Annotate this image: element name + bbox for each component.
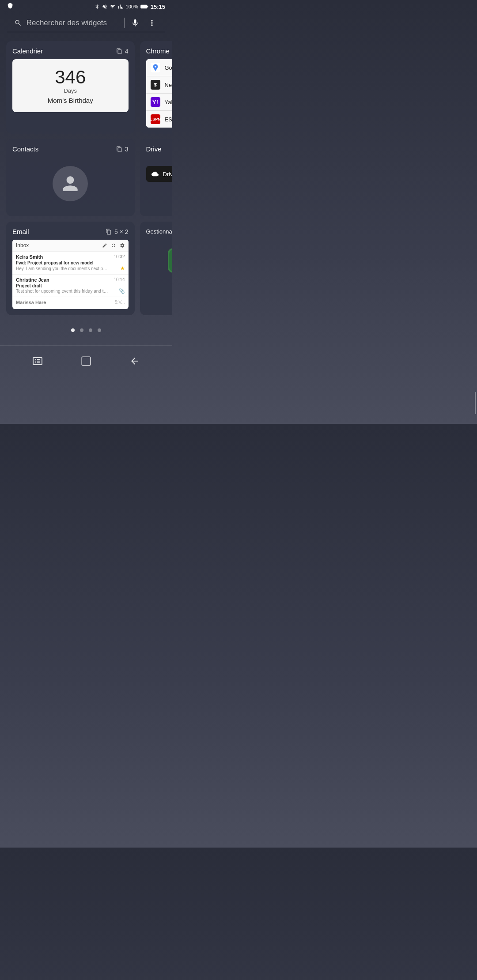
attachment-icon: 📎 [119, 288, 125, 294]
contacts-count: 3 [116, 146, 129, 153]
chrome-item-label-espn: ESPN Soccer [165, 116, 173, 123]
gest-icon-wrap: J 20+ [168, 248, 172, 275]
svg-rect-2 [147, 6, 148, 8]
chrome-title: Chrome [146, 47, 170, 55]
contacts-header: Contacts 3 [12, 145, 129, 153]
svg-rect-1 [141, 5, 147, 8]
mic-button[interactable] [129, 17, 141, 29]
chrome-item-label-nyt: New York Times [165, 82, 173, 88]
widget-email[interactable]: Email 5 × 2 Inbox Keira Smith 10:32 [6, 222, 135, 315]
widget-chrome[interactable]: Chrome 2 Google Maps 𝕿 New York Times Y! [140, 41, 173, 134]
drive-icon [151, 170, 159, 177]
drive-title: Drive [146, 145, 162, 153]
chrome-item-label-yahoo: Yahoo [165, 99, 173, 106]
more-options-button[interactable] [146, 17, 158, 29]
search-input-area[interactable] [14, 19, 120, 27]
cal-unit: Days [17, 87, 124, 94]
dot-2[interactable] [80, 328, 83, 332]
more-vert-icon [148, 19, 156, 27]
gestionnaire-inner: J 20+ [146, 239, 173, 283]
svg-rect-3 [169, 249, 172, 271]
email-row-3[interactable]: Marissa Hare 5:V... [12, 297, 129, 309]
copy-icon-contacts [116, 146, 123, 152]
compose-icon[interactable] [102, 243, 107, 248]
widget-drive[interactable]: Drive 3 Drive [140, 139, 173, 216]
home-button[interactable] [77, 352, 95, 373]
email-sender-2: Christine Jean [16, 277, 49, 283]
chrome-item-label: Google Maps [165, 64, 173, 71]
widget-calendrier[interactable]: Calendrier 4 346 Days Mom's Birthday [6, 41, 135, 134]
status-bar: 100% 15:15 [0, 0, 172, 12]
contacts-title: Contacts [12, 145, 38, 153]
back-icon [129, 356, 140, 366]
widget-grid: Calendrier 4 346 Days Mom's Birthday Chr… [0, 32, 172, 320]
recent-apps-button[interactable] [29, 352, 46, 373]
home-icon [80, 355, 92, 367]
cal-event: Mom's Birthday [17, 97, 124, 104]
email-row-1[interactable]: Keira Smith 10:32 Fwd: Project proposal … [12, 252, 129, 275]
email-inbox-header: Inbox [12, 240, 129, 252]
gestionnaire-header: Gestionnaire d... 1 × 1 [146, 228, 173, 235]
chrome-list: Google Maps 𝕿 New York Times Y! Yahoo ES… [146, 59, 173, 128]
chrome-item-yahoo[interactable]: Y! Yahoo [146, 94, 173, 111]
battery-pct: 100% [126, 4, 138, 9]
email-sender-1: Keira Smith [16, 254, 43, 260]
widget-contacts[interactable]: Contacts 3 [6, 139, 135, 216]
copy-icon [116, 48, 123, 54]
email-time-3: 5:V... [115, 300, 125, 305]
email-preview-1: Hey, I am sending you the documents next… [16, 265, 125, 271]
status-shield [7, 3, 13, 11]
googlemaps-icon [151, 63, 160, 72]
drive-bar-label: Drive [163, 171, 173, 177]
cal-number: 346 [17, 67, 124, 87]
email-inbox-label: Inbox [16, 242, 29, 249]
espn-icon: ESPN [151, 114, 160, 124]
star-icon-1: ★ [120, 265, 125, 271]
email-subject-1: Fwd: Project proposal for new model [16, 260, 125, 265]
settings-icon[interactable] [120, 243, 125, 248]
email-preview-text-2: Test shot for upcoming event this friday… [16, 289, 109, 294]
contacts-avatar [53, 166, 88, 201]
email-preview-2: Test shot for upcoming event this friday… [16, 288, 125, 294]
copy-icon-email [105, 229, 112, 235]
recent-apps-icon [32, 356, 43, 366]
calendrier-title: Calendrier [12, 47, 43, 55]
drive-bar[interactable]: Drive [146, 166, 173, 182]
search-icon [14, 19, 22, 27]
contacts-avatar-area [12, 157, 129, 210]
email-time-1: 10:32 [114, 254, 125, 260]
yahoo-icon: Y! [151, 97, 160, 107]
status-time: 15:15 [151, 4, 165, 10]
email-sender-3: Marissa Hare [16, 300, 46, 305]
person-icon [59, 173, 81, 195]
widget-gestionnaire[interactable]: Gestionnaire d... 1 × 1 J [140, 222, 173, 315]
calendrier-header: Calendrier 4 [12, 47, 129, 55]
email-inbox-icons [102, 243, 125, 248]
dot-3[interactable] [89, 328, 92, 332]
email-preview-text-1: Hey, I am sending you the documents next… [16, 266, 109, 271]
email-title: Email [12, 228, 29, 235]
nyt-icon: 𝕿 [151, 80, 160, 90]
email-count: 5 × 2 [105, 228, 129, 235]
dot-4[interactable] [98, 328, 101, 332]
gest-app-icon: J [168, 248, 172, 273]
chrome-item-googlemaps[interactable]: Google Maps [146, 59, 173, 76]
email-inner: Inbox Keira Smith 10:32 Fwd: Project pro… [12, 240, 129, 309]
svg-rect-9 [82, 357, 91, 366]
mic-icon [131, 19, 140, 27]
dot-1[interactable] [71, 328, 75, 332]
email-header: Email 5 × 2 [12, 228, 129, 235]
email-row-2[interactable]: Christine Jean 10:14 Project draft Test … [12, 275, 129, 297]
refresh-icon[interactable] [111, 243, 116, 248]
back-button[interactable] [126, 352, 144, 373]
chrome-header: Chrome 2 [146, 47, 173, 55]
chrome-item-nyt[interactable]: 𝕿 New York Times [146, 76, 173, 94]
pagination-dots [0, 320, 172, 345]
email-subject-2: Project draft [16, 283, 125, 288]
email-time-2: 10:14 [114, 277, 125, 283]
chrome-item-espn[interactable]: ESPN ESPN Soccer [146, 111, 173, 128]
search-bar [7, 12, 165, 32]
gestionnaire-title: Gestionnaire d... [146, 228, 173, 235]
search-input[interactable] [26, 19, 120, 27]
drive-header: Drive 3 [146, 145, 173, 153]
